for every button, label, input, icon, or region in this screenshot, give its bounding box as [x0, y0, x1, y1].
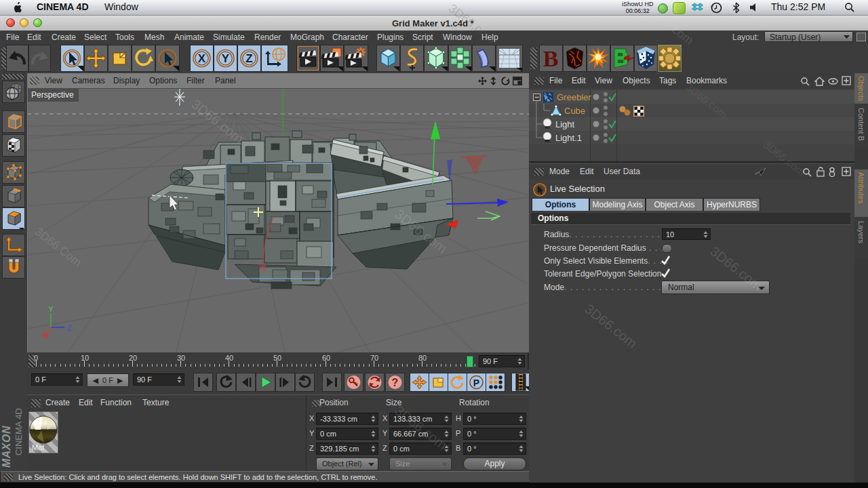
svg-text:?: ?: [392, 377, 399, 388]
svg-text:Z: Z: [67, 324, 72, 332]
svg-text:Greebler: Greebler: [557, 92, 591, 102]
svg-text:Z: Z: [245, 52, 252, 65]
svg-text:X: X: [198, 52, 206, 65]
svg-text:Y: Y: [48, 305, 54, 313]
svg-text:B: B: [543, 46, 559, 71]
svg-text:Light.1: Light.1: [555, 133, 582, 143]
svg-text:P: P: [473, 378, 479, 388]
svg-text:Cube: Cube: [564, 106, 585, 116]
svg-text:Light: Light: [555, 119, 575, 129]
svg-text:Y: Y: [222, 52, 230, 65]
svg-text:Mat: Mat: [32, 443, 44, 451]
